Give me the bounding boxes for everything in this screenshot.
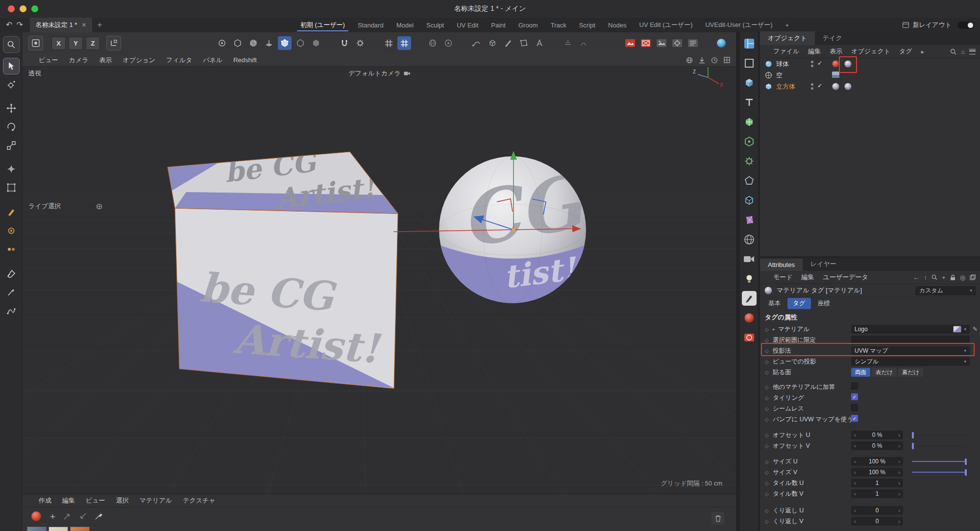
om-menu-more-icon[interactable]: ▸	[917, 48, 929, 55]
seamless-checkbox[interactable]: ✓	[851, 404, 858, 411]
primitive-cube-icon[interactable]	[486, 36, 499, 50]
key-diamond-icon[interactable]: ◇	[765, 481, 773, 486]
size-u-stepper[interactable]: ‹100 %›	[851, 457, 903, 466]
layout-tab-sculpt[interactable]: Sculpt	[420, 18, 450, 32]
editor-visibility-dot[interactable]	[811, 61, 813, 63]
material-tag-icon[interactable]	[832, 82, 840, 91]
om-home-icon[interactable]: ⌂	[961, 48, 965, 55]
simulation-sphere-icon[interactable]	[714, 36, 728, 50]
repeat-u-stepper[interactable]: ‹0›	[851, 506, 903, 515]
light-object-icon[interactable]	[742, 271, 757, 286]
free-transform-tool[interactable]	[3, 179, 20, 196]
layout-tab-uvedit[interactable]: UV Edit	[450, 18, 485, 32]
close-window-button[interactable]	[8, 5, 15, 12]
undo-icon[interactable]: ↶	[6, 21, 12, 29]
texture-mode-icon[interactable]	[246, 36, 260, 50]
offset-u-stepper[interactable]: ‹0 %›	[851, 431, 903, 439]
eyedropper-icon[interactable]	[95, 512, 102, 520]
key-diamond-icon[interactable]: ◇	[765, 370, 773, 375]
generator-gear-icon[interactable]	[742, 154, 757, 169]
viewport-menu-options[interactable]: オプション	[118, 56, 161, 65]
layout-tab-script[interactable]: Script	[573, 18, 602, 32]
new-layout-button[interactable]: 新レイアウト	[903, 21, 952, 29]
offset-v-slider[interactable]	[912, 443, 967, 449]
layout-panels-icon[interactable]	[742, 36, 757, 51]
viewport-menu-view[interactable]: ビュー	[33, 56, 64, 65]
material-menu-material[interactable]: マテリアル	[134, 496, 178, 505]
camera-label-bar[interactable]: デフォルトカメラ	[23, 69, 736, 78]
layout-tab-model[interactable]: Model	[390, 18, 420, 32]
zoom-window-button[interactable]	[31, 5, 38, 12]
at-target-icon[interactable]: ◎	[960, 274, 965, 281]
layout-tab-standard[interactable]: Standard	[351, 18, 390, 32]
material-thumbnail[interactable]	[27, 527, 47, 531]
viewport[interactable]: be CG Artist! be CG Artist! CG tist!	[23, 54, 736, 494]
material-menu-edit[interactable]: 編集	[57, 496, 80, 505]
lock-z-axis-button[interactable]: Z	[86, 37, 100, 50]
offset-v-stepper[interactable]: ‹0 %›	[851, 441, 903, 450]
layout-tab-uvedituser-user[interactable]: UVEdit-User (ユーザー)	[699, 18, 779, 32]
world-coordinates-icon[interactable]	[426, 36, 440, 50]
spline-pen-icon[interactable]	[470, 36, 484, 50]
selection-restrict-field[interactable]	[851, 336, 970, 344]
knife-tool[interactable]	[3, 284, 20, 301]
camera-object-icon[interactable]	[742, 252, 757, 266]
size-v-slider[interactable]	[912, 469, 967, 476]
render-visibility-dot[interactable]	[811, 87, 813, 90]
polygons-mode-icon[interactable]	[309, 36, 323, 50]
subtab-basic[interactable]: 基本	[763, 298, 786, 309]
object-name[interactable]: 空	[776, 71, 783, 80]
workplane-grid-icon[interactable]	[382, 36, 395, 50]
3d-scene[interactable]: be CG Artist! be CG Artist! CG tist!	[23, 54, 736, 494]
tiling-checkbox[interactable]: ✓	[851, 393, 858, 400]
tiles-v-stepper[interactable]: ‹1›	[851, 489, 903, 498]
render-visibility-dot[interactable]	[811, 65, 813, 67]
material-menu-view[interactable]: ビュー	[80, 496, 111, 505]
size-u-slider[interactable]	[912, 459, 967, 465]
viewport-menu-panel[interactable]: パネル	[197, 56, 228, 65]
render-to-picture-viewer-button[interactable]	[639, 36, 653, 50]
sky-material-tag-icon[interactable]	[832, 71, 840, 78]
redo-icon[interactable]: ↷	[16, 21, 23, 29]
picture-viewer-icon[interactable]	[655, 36, 668, 50]
layout-tab-uvedit-user[interactable]: UV Edit (ユーザー)	[633, 18, 699, 32]
new-material-ball-icon[interactable]	[30, 510, 42, 522]
document-tab[interactable]: 名称未設定 1 * ✕	[30, 18, 93, 32]
key-diamond-icon[interactable]: ◇	[765, 491, 773, 497]
tab-attributes[interactable]: Attributes	[760, 259, 803, 271]
text-object-icon[interactable]	[742, 95, 757, 110]
projection-dropdown[interactable]: UVW マップ ▾	[851, 346, 970, 355]
rotate-tool[interactable]	[3, 119, 20, 135]
layout-tab-startup[interactable]: 初期 (ユーザー)	[294, 18, 351, 32]
side-front-button[interactable]: 表だけ	[872, 368, 897, 377]
material-thumbnail[interactable]	[49, 527, 68, 531]
live-selection-tool[interactable]	[3, 58, 20, 74]
object-name[interactable]: 立方体	[776, 82, 795, 91]
layout-tab-paint[interactable]: Paint	[485, 18, 512, 32]
new-window-icon[interactable]	[970, 274, 976, 280]
at-menu-edit[interactable]: 編集	[797, 273, 819, 282]
sculpt-grab-tool[interactable]	[3, 222, 20, 239]
coordinate-system-icon[interactable]	[106, 36, 121, 50]
object-row-sky[interactable]: 空	[760, 70, 980, 81]
at-add-icon[interactable]: +	[942, 274, 946, 281]
viewport-menu-redshift[interactable]: Redshift	[228, 56, 262, 64]
history-up-icon[interactable]: ↑	[924, 274, 928, 281]
om-menu-view[interactable]: 表示	[825, 47, 847, 56]
om-menu-object[interactable]: オブジェクト	[847, 47, 895, 56]
spline-smooth-tool[interactable]	[3, 303, 20, 319]
download-icon[interactable]	[699, 57, 705, 64]
key-diamond-icon[interactable]: ◇	[765, 359, 773, 364]
view-projection-dropdown[interactable]: シンプル ▾	[851, 357, 970, 366]
paint-brush-tool[interactable]	[3, 266, 20, 282]
viewport-menu-display[interactable]: 表示	[94, 56, 118, 65]
key-diamond-icon[interactable]: ◇	[765, 385, 773, 390]
layout-tab-groom[interactable]: Groom	[512, 18, 544, 32]
save-material-icon[interactable]	[79, 512, 87, 520]
side-back-button[interactable]: 裏だけ	[898, 368, 923, 377]
material-link-field[interactable]: Logo ▾	[851, 325, 970, 334]
material-tag-icon[interactable]	[832, 60, 840, 68]
expand-arrow-icon[interactable]: ▸	[773, 327, 778, 332]
tool-settings[interactable]	[3, 76, 20, 93]
snap-settings-gear-icon[interactable]	[353, 36, 367, 50]
